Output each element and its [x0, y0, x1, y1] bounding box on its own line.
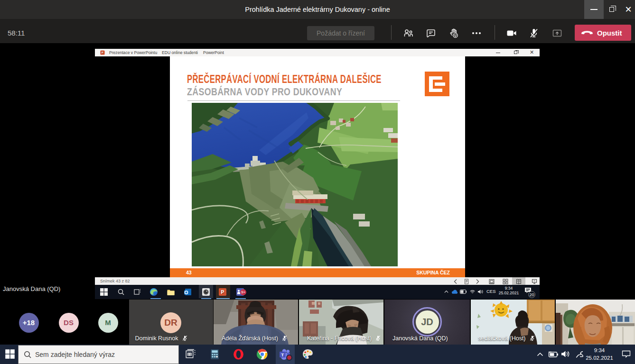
svg-text:T: T: [281, 352, 284, 357]
svg-text:P: P: [102, 51, 103, 54]
svg-text:P: P: [221, 289, 224, 295]
